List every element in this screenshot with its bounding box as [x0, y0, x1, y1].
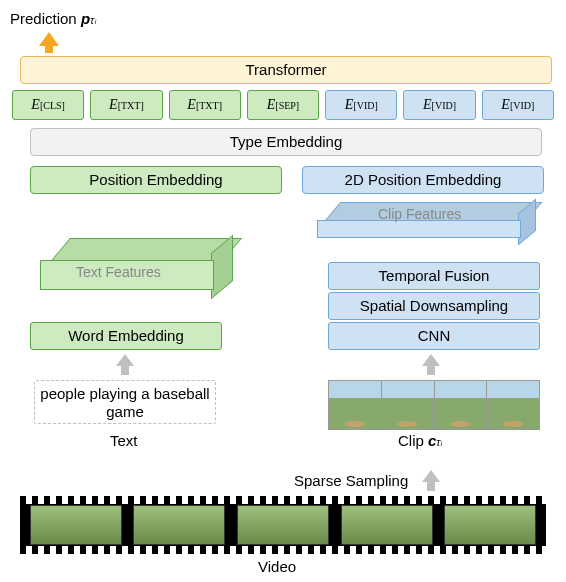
- clip-frame: [382, 381, 435, 429]
- cnn-block: CNN: [328, 322, 540, 350]
- film-frame: [30, 505, 122, 545]
- prediction-arrow-icon: [39, 32, 59, 46]
- clip-subscript: τᵢ: [436, 436, 442, 448]
- prediction-subscript: τᵢ: [90, 14, 96, 26]
- video-filmstrip: [20, 496, 546, 554]
- clip-label: Clip cτᵢ: [398, 432, 442, 449]
- prediction-symbol: p: [81, 10, 90, 27]
- token-row: E[CLS]E[TXT]E[TXT]E[SEP]E[VID]E[VID]E[VI…: [10, 90, 556, 120]
- token-cls: E[CLS]: [12, 90, 84, 120]
- clip-features-block: Clip Features: [320, 202, 540, 252]
- film-frame: [133, 505, 225, 545]
- temporal-fusion-block: Temporal Fusion: [328, 262, 540, 290]
- arrow-up-icon: [116, 354, 134, 366]
- position-embedding-block: Position Embedding: [30, 166, 282, 194]
- clip-frame: [435, 381, 488, 429]
- token-sep: E[SEP]: [247, 90, 319, 120]
- transformer-block: Transformer: [20, 56, 552, 84]
- prediction-label-prefix: Prediction: [10, 10, 81, 27]
- prediction-label: Prediction pτᵢ: [10, 10, 96, 27]
- clip-frames-row: [328, 380, 540, 430]
- film-frame: [341, 505, 433, 545]
- clip-frame: [487, 381, 539, 429]
- sparse-sampling-label: Sparse Sampling: [294, 472, 408, 489]
- clip-features-label: Clip Features: [378, 206, 461, 222]
- clip-frame: [329, 381, 382, 429]
- type-embedding-block: Type Embedding: [30, 128, 542, 156]
- token-vid: E[VID]: [325, 90, 397, 120]
- clip-label-prefix: Clip: [398, 432, 428, 449]
- arrow-up-icon: [422, 470, 440, 482]
- text-label: Text: [110, 432, 138, 449]
- 2d-position-embedding-block: 2D Position Embedding: [302, 166, 544, 194]
- token-txt: E[TXT]: [169, 90, 241, 120]
- token-txt: E[TXT]: [90, 90, 162, 120]
- word-embedding-block: Word Embedding: [30, 322, 222, 350]
- arrow-up-icon: [422, 354, 440, 366]
- token-vid: E[VID]: [403, 90, 475, 120]
- spatial-downsampling-block: Spatial Downsampling: [328, 292, 540, 320]
- text-input-box: people playing a baseball game: [34, 380, 216, 424]
- film-frame: [237, 505, 329, 545]
- token-vid: E[VID]: [482, 90, 554, 120]
- text-features-label: Text Features: [76, 264, 161, 280]
- text-features-block: Text Features: [40, 238, 250, 298]
- film-frame: [444, 505, 536, 545]
- video-label: Video: [258, 558, 296, 575]
- diagram-root: Prediction pτᵢ Transformer E[CLS]E[TXT]E…: [10, 10, 556, 572]
